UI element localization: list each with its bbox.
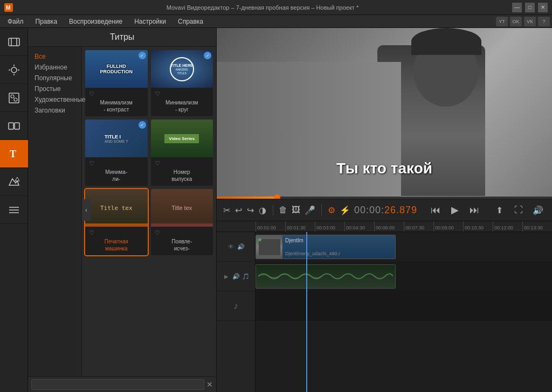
track-visibility-button[interactable]: 👁: [227, 243, 236, 250]
svg-rect-10: [15, 123, 19, 129]
timeline-area: 00:01:00 00:01:30 00:03:00 00:04:30 00:0…: [217, 221, 552, 392]
vk-icon[interactable]: VK: [524, 17, 536, 26]
selected-check: ✓: [204, 52, 211, 59]
card-label: Минимализм- контраст: [85, 97, 148, 116]
heart-icon[interactable]: ♡: [153, 228, 213, 237]
close-button[interactable]: ✕: [538, 3, 548, 12]
clip-filename: Djentlmeny_udachi_480.r: [285, 251, 393, 256]
right-area: Ты кто такой ✂ ↩ ↪ ◑ 🗑 🖼 🎤 ⚙ ⚡: [217, 28, 552, 392]
timeline-content: 👁 🔊 ▶ 🔊 🎵: [217, 232, 552, 392]
heart-icon[interactable]: ♡: [153, 89, 213, 99]
go-start-button[interactable]: ⏮: [427, 202, 444, 218]
title-card-issue-number[interactable]: Video Series ♡ Номервыпуска: [151, 120, 213, 186]
svg-point-7: [11, 95, 14, 98]
mic-button[interactable]: 🎤: [304, 202, 316, 218]
ruler-mark-4: 00:04:30: [344, 221, 374, 232]
thumb-minimalism-contrast: ✓ FULLHDPRODUCTION: [85, 50, 148, 88]
settings-tool-button[interactable]: ⚙: [327, 202, 336, 218]
nav-artistic[interactable]: Художественные: [31, 94, 78, 105]
menu-playback[interactable]: Воспроизведение: [64, 17, 128, 26]
play-button[interactable]: ▶: [446, 202, 464, 218]
audio-mute-button[interactable]: 🔊: [232, 272, 240, 280]
help-icon[interactable]: ?: [538, 17, 550, 26]
title-card-minimalism-contrast[interactable]: ✓ FULLHDPRODUCTION ♡ Минимализм- контрас…: [85, 50, 148, 116]
menu-file[interactable]: Файл: [2, 17, 29, 26]
sidebar-item-titles[interactable]: T: [0, 140, 28, 168]
maximize-button[interactable]: □: [525, 3, 535, 12]
panel-collapse-arrow[interactable]: ‹: [82, 199, 91, 221]
timeline-ruler: 00:01:00 00:01:30 00:03:00 00:04:30 00:0…: [217, 221, 552, 232]
main-video-clip[interactable]: ★ Djentlm Djentlmeny_udachi_480.r: [256, 235, 396, 259]
thumb-minimalism-circle: ✓ TITLE HEREAMAZING TITLES: [151, 50, 213, 88]
nav-popular[interactable]: Популярные: [31, 73, 78, 83]
export-button[interactable]: ⬆: [491, 202, 508, 218]
audio-more-button[interactable]: 🎵: [242, 272, 250, 280]
menu-settings[interactable]: Настройки: [129, 17, 171, 26]
youtube-icon[interactable]: YT: [496, 17, 508, 26]
menu-edit[interactable]: Правка: [30, 17, 63, 26]
redo-button[interactable]: ↪: [246, 202, 255, 218]
track-mute-button[interactable]: 🔊: [237, 243, 245, 250]
hat: [411, 28, 481, 55]
selected-check: ✓: [139, 52, 146, 59]
filters-icon: [8, 92, 20, 104]
nav-all[interactable]: Все: [31, 51, 78, 62]
title-card-typewriter[interactable]: Title tex ♡ Печатнаямашинка: [85, 189, 148, 255]
app-logo: M: [4, 3, 13, 12]
panel-search: ✕: [28, 376, 216, 392]
video-frame: Ты кто такой: [217, 28, 552, 199]
sidebar-item-list[interactable]: [0, 196, 28, 224]
title-card-minimalism-line[interactable]: ✓ TITLE I AND SOME T ♡ Минима-ли-: [85, 120, 148, 186]
preview-subtitle: Ты кто такой: [217, 160, 552, 177]
sidebar-item-effects[interactable]: [0, 56, 28, 84]
search-input[interactable]: [31, 379, 204, 390]
thumb-appear: Title tex: [151, 189, 213, 227]
delete-button[interactable]: 🗑: [278, 202, 288, 218]
titles-grid: ✓ FULLHDPRODUCTION ♡ Минимализм- контрас…: [82, 47, 216, 376]
playhead[interactable]: [306, 232, 307, 392]
title-card-appear[interactable]: Title tex ♡ Появле-исчез-: [151, 189, 213, 255]
heart-icon[interactable]: ♡: [87, 159, 148, 168]
color-button[interactable]: ◑: [258, 202, 267, 218]
card-label-active: Печатнаямашинка: [85, 236, 148, 255]
audio-clip[interactable]: [256, 264, 396, 289]
audio-visibility-button[interactable]: ▶: [222, 272, 231, 280]
sidebar-item-filters[interactable]: [0, 84, 28, 112]
svg-text:T: T: [10, 149, 16, 159]
window-controls: — □ ✕: [512, 3, 548, 12]
heart-icon[interactable]: ♡: [87, 89, 148, 99]
cut-button[interactable]: ✂: [222, 202, 231, 218]
social-icons: YT OK VK ?: [496, 17, 550, 26]
ruler-mark-9: 00:12:00: [493, 221, 522, 232]
image-button[interactable]: 🖼: [291, 202, 301, 218]
titles-grid-inner: ✓ FULLHDPRODUCTION ♡ Минимализм- контрас…: [85, 50, 213, 255]
fullscreen-button[interactable]: ⛶: [510, 202, 527, 218]
selected-check: ✓: [139, 121, 146, 129]
go-end-button[interactable]: ⏭: [466, 202, 483, 218]
progress-fill: [217, 197, 277, 199]
nav-headings[interactable]: Заголовки: [31, 105, 78, 116]
volume-button[interactable]: 🔊: [529, 202, 547, 218]
sidebar-item-video[interactable]: [0, 28, 28, 56]
thumb-minimalism-line: ✓ TITLE I AND SOME T: [85, 120, 148, 157]
nav-simple[interactable]: Простые: [31, 83, 78, 94]
panel-body: Все Избранное Популярные Простые Художес…: [28, 47, 216, 376]
sidebar-item-transitions[interactable]: [0, 112, 28, 140]
heart-icon[interactable]: ♡: [153, 159, 213, 168]
menu-help[interactable]: Справка: [172, 17, 209, 26]
search-clear-button[interactable]: ✕: [206, 379, 213, 390]
undo-button[interactable]: ↩: [234, 202, 243, 218]
audio-track-controls: ▶ 🔊 🎵: [217, 271, 255, 281]
music-track: [256, 291, 552, 321]
heart-icon[interactable]: ♡: [87, 228, 148, 237]
title-card-minimalism-circle[interactable]: ✓ TITLE HEREAMAZING TITLES ♡ Минимализм-…: [151, 50, 213, 116]
sidebar-item-overlays[interactable]: [0, 168, 28, 196]
enhance-button[interactable]: ⚡: [339, 202, 351, 218]
preview-progress-bar[interactable]: [217, 197, 552, 199]
svg-rect-2: [9, 38, 19, 46]
audio-controls-row: ▶ 🔊 🎵: [222, 272, 250, 280]
odnoklassniki-icon[interactable]: OK: [510, 17, 522, 26]
progress-thumb[interactable]: [274, 194, 280, 199]
minimize-button[interactable]: —: [512, 3, 522, 12]
nav-favorites[interactable]: Избранное: [31, 62, 78, 73]
